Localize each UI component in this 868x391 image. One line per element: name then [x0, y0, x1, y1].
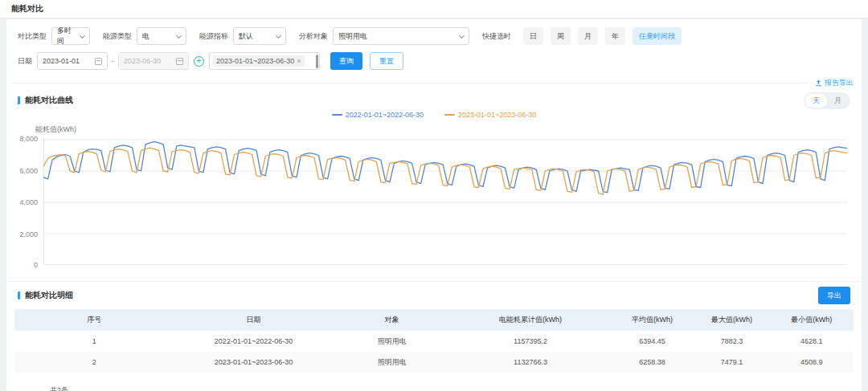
legend-line-icon: [444, 114, 455, 116]
date-range-tag-box[interactable]: 2023-01-01~2023-06-30 ×: [209, 52, 320, 70]
col-header-average: 平均值(kWh): [610, 315, 694, 325]
quick-time-label: 快捷选时: [482, 31, 511, 42]
close-icon[interactable]: ×: [297, 58, 301, 65]
compare-type-label: 对比类型: [18, 31, 47, 42]
chart-legend: 2022-01-01~2022-06-30 2023-01-01~2023-06…: [6, 110, 862, 120]
quick-time-any-range-button[interactable]: 任意时间段: [633, 27, 682, 45]
chart-section-header: 能耗对比曲线 天 月: [18, 92, 850, 108]
y-tick: 8,000: [19, 135, 38, 143]
page-title: 能耗对比: [11, 3, 43, 14]
analysis-object-value: 照明用电: [338, 31, 367, 42]
query-button[interactable]: 查询: [330, 52, 362, 70]
top-bar: 能耗对比: [0, 0, 868, 18]
chevron-down-icon: [276, 32, 281, 38]
date-range-tag: 2023-01-01~2023-06-30 ×: [213, 55, 305, 67]
detail-table: 序号 日期 对象 电能耗累计值(kWh) 平均值(kWh) 最大值(kWh) 最…: [14, 309, 854, 373]
reset-button[interactable]: 重置: [370, 52, 403, 70]
chart-canvas: [43, 138, 847, 265]
table-section-title: 能耗对比明细: [25, 290, 73, 301]
cell-average: 6394.45: [610, 337, 694, 345]
quick-time-month-button[interactable]: 月: [578, 27, 598, 45]
col-header-min: 最小值(kWh): [770, 315, 854, 325]
content-card: 对比类型 多时间 能源类型 电 能源指标 默认 分析对象 照明用电: [6, 19, 862, 391]
compare-type-value: 多时间: [57, 26, 76, 47]
cell-cumulative: 1157395.2: [451, 337, 610, 345]
legend-item-2023[interactable]: 2023-01-01~2023-06-30: [444, 111, 536, 119]
col-header-max: 最大值(kWh): [694, 315, 770, 325]
chevron-down-icon: [459, 32, 465, 38]
analysis-object-label: 分析对象: [299, 31, 328, 42]
y-tick: 6,000: [19, 167, 38, 175]
col-header-object: 对象: [334, 315, 451, 325]
chevron-down-icon: [176, 32, 182, 38]
y-tick: 2,000: [19, 230, 38, 238]
y-tick: 0: [34, 261, 38, 269]
col-header-date: 日期: [174, 315, 333, 325]
cell-index: 1: [14, 337, 174, 345]
cell-object: 照明用电: [334, 357, 451, 368]
y-axis-label: 能耗值(kWh): [35, 124, 862, 133]
filter-row-2: 日期 2023-01-01 - 2023-06-30 + 2023-01-01~…: [18, 51, 862, 71]
table-header-row: 序号 日期 对象 电能耗累计值(kWh) 平均值(kWh) 最大值(kWh) 最…: [14, 309, 854, 331]
energy-indicator-value: 默认: [239, 31, 253, 42]
col-header-cumulative: 电能耗累计值(kWh): [451, 315, 610, 325]
add-date-range-button[interactable]: +: [194, 56, 204, 67]
tag-box-scrollbar[interactable]: [316, 55, 318, 68]
cell-min: 4508.9: [770, 358, 854, 366]
date-range-tag-text: 2023-01-01~2023-06-30: [216, 57, 294, 65]
table-export-button[interactable]: 导出: [818, 287, 850, 304]
quick-time-week-button[interactable]: 周: [551, 27, 571, 45]
total-count: 共2条: [50, 385, 68, 391]
chevron-down-icon: [80, 32, 85, 38]
energy-indicator-select[interactable]: 默认: [233, 27, 286, 45]
divider: [6, 281, 862, 282]
calendar-icon: [176, 58, 183, 65]
export-upload-icon: [815, 79, 822, 87]
y-axis-ticks: 8,000 6,000 4,000 2,000 0: [11, 138, 43, 265]
analysis-object-select[interactable]: 照明用电: [333, 27, 469, 45]
report-export-link[interactable]: 报告导出: [815, 78, 854, 88]
quick-time-year-button[interactable]: 年: [605, 27, 625, 45]
chart-section-title: 能耗对比曲线: [25, 95, 73, 106]
legend-line-icon: [332, 114, 342, 116]
quick-time-day-button[interactable]: 日: [523, 27, 543, 45]
energy-type-select[interactable]: 电: [137, 27, 186, 45]
line-chart-plot[interactable]: [43, 138, 847, 265]
cell-date: 2023-01-01~2023-06-30: [174, 358, 333, 366]
section-marker: [18, 291, 20, 299]
toggle-month-option[interactable]: 月: [827, 94, 849, 108]
cell-date: 2022-01-01~2022-06-30: [174, 337, 333, 345]
calendar-icon: [95, 58, 102, 65]
section-marker: [18, 96, 20, 104]
energy-type-value: 电: [142, 31, 149, 42]
cell-index: 2: [14, 358, 174, 366]
cell-max: 7882.3: [694, 337, 770, 345]
table-section-header: 能耗对比明细 导出: [18, 287, 850, 303]
granularity-toggle: 天 月: [804, 92, 850, 109]
date-label: 日期: [18, 56, 32, 67]
page: 能耗对比 对比类型 多时间 能源类型 电 能源指标 默认 分析对象: [0, 0, 868, 391]
cell-object: 照明用电: [334, 336, 451, 347]
table-row: 2 2023-01-01~2023-06-30 照明用电 1132766.3 6…: [14, 352, 854, 373]
cell-cumulative: 1132766.3: [451, 358, 610, 366]
table-row: 1 2022-01-01~2022-06-30 照明用电 1157395.2 6…: [14, 331, 854, 352]
compare-type-select[interactable]: 多时间: [51, 27, 90, 45]
energy-indicator-label: 能源指标: [199, 31, 228, 42]
y-tick: 4,000: [19, 198, 38, 206]
export-row: 报告导出: [13, 78, 854, 88]
cell-min: 4628.1: [770, 337, 854, 345]
cell-average: 6258.38: [610, 358, 694, 366]
date-end-value: 2023-06-30: [124, 57, 161, 65]
date-start-value: 2023-01-01: [43, 57, 80, 65]
divider: [13, 83, 809, 83]
date-start-input[interactable]: 2023-01-01: [37, 52, 108, 70]
filter-row-1: 对比类型 多时间 能源类型 电 能源指标 默认 分析对象 照明用电: [18, 26, 862, 46]
cell-max: 7479.1: [694, 358, 770, 366]
toggle-day-option[interactable]: 天: [805, 94, 827, 108]
date-end-input[interactable]: 2023-06-30: [118, 52, 189, 70]
col-header-index: 序号: [14, 315, 174, 325]
date-range-separator: -: [112, 57, 114, 65]
energy-type-label: 能源类型: [103, 31, 132, 42]
chart-area: 8,000 6,000 4,000 2,000 0: [11, 138, 847, 265]
legend-item-2022[interactable]: 2022-01-01~2022-06-30: [332, 111, 424, 119]
